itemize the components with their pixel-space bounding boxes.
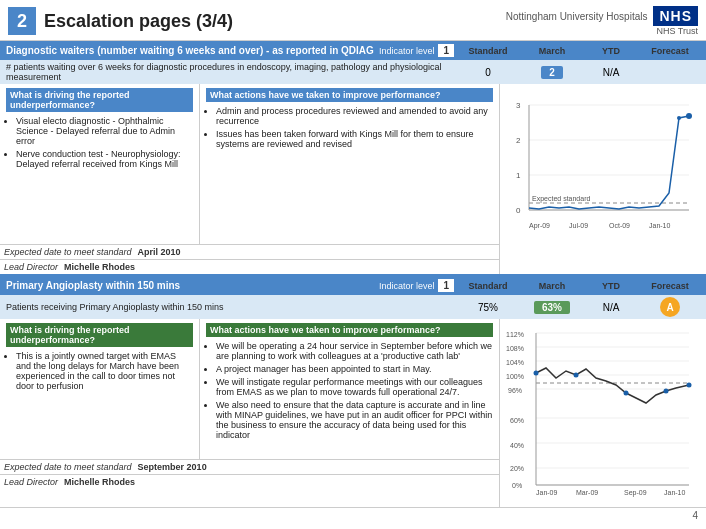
section1-data-label: # patients waiting over 6 weeks for diag… [6,62,454,82]
header: 2 Escalation pages (3/4) Nottingham Univ… [0,0,706,41]
list-item: This is a jointly owned target with EMAS… [16,351,193,391]
svg-text:20%: 20% [510,465,524,472]
svg-text:Jan-09: Jan-09 [536,489,558,496]
section2-ytd-val: N/A [586,302,636,313]
section2-main: What is driving the reported underperfor… [0,319,706,507]
svg-point-43 [534,371,539,376]
svg-point-47 [687,383,692,388]
svg-point-16 [677,116,681,120]
section2-content: What is driving the reported underperfor… [0,319,499,459]
section2-forecast-circle: A [660,297,680,317]
section1-col-march-hdr: March [522,45,582,57]
svg-text:Jan-10: Jan-10 [649,222,671,229]
section2-left-bullets: This is a jointly owned target with EMAS… [6,351,193,391]
list-item: Admin and process procedures reviewed an… [216,106,493,126]
section1-lead-val: Michelle Rhodes [64,262,135,272]
nhs-logo: Nottingham University Hospitals NHS NHS … [506,6,698,36]
section2-data-label: Patients receiving Primary Angioplasty w… [6,302,454,312]
section2-col-march-hdr: March [522,280,582,292]
svg-text:96%: 96% [508,387,522,394]
section2-col-forecast-hdr: Forecast [640,280,700,292]
section2-right-col: What actions have we taken to improve pe… [200,319,499,459]
section2-left-col: What is driving the reported underperfor… [0,319,200,459]
section1-ytd-val: N/A [586,67,636,78]
svg-text:Oct-09: Oct-09 [609,222,630,229]
svg-text:Mar-09: Mar-09 [576,489,598,496]
svg-point-15 [686,113,692,119]
section1-ind-level-label: Indicator level [379,46,435,56]
section1-col-forecast-hdr: Forecast [640,45,700,57]
section2-data-row: Patients receiving Primary Angioplasty w… [0,295,706,319]
page-title-box: 2 Escalation pages (3/4) [8,7,233,35]
org-name: Nottingham University Hospitals [506,11,648,22]
section2-lead-row: Lead Director Michelle Rhodes [0,474,499,489]
section1-left-col: What is driving the reported underperfor… [0,84,200,244]
section2-left-panel: What is driving the reported underperfor… [0,319,500,507]
svg-text:1: 1 [516,171,521,180]
section2-march-val: 63% [522,301,582,314]
section1-left-bullets: Visual electo diagnostic - Ophthalmic Sc… [6,116,193,169]
svg-text:112%: 112% [506,331,524,338]
svg-text:60%: 60% [510,417,524,424]
svg-text:104%: 104% [506,359,524,366]
list-item: We will be operating a 24 hour service i… [216,341,493,361]
nhs-badge: NHS [653,6,698,26]
section2-standard-val: 75% [458,302,518,313]
section2-expected-date-label: Expected date to meet standard [4,462,132,472]
section2-col-ytd-hdr: YTD [586,280,636,292]
svg-text:100%: 100% [506,373,524,380]
section2-right-heading: What actions have we taken to improve pe… [206,323,493,337]
section1-right-heading: What actions have we taken to improve pe… [206,88,493,102]
section1-march-highlight: 2 [541,66,563,79]
section2-col-standard-hdr: Standard [458,280,518,292]
section1-chart: 3 2 1 0 Apr-09 Jul-09 Oct-09 Jan-10 [504,88,694,248]
section2-forecast-val: A [640,297,700,317]
section1-expected-date-val: April 2010 [138,247,181,257]
section2: Primary Angioplasty within 150 mins Indi… [0,274,706,507]
section1-standard-val: 0 [458,67,518,78]
section2-lead-val: Michelle Rhodes [64,477,135,487]
svg-text:0%: 0% [512,482,522,489]
section1-lead-row: Lead Director Michelle Rhodes [0,259,499,274]
page-title: Escalation pages (3/4) [44,11,233,32]
section1-march-val: 2 [522,66,582,79]
svg-text:Jan-10: Jan-10 [664,489,686,496]
svg-text:Expected standard: Expected standard [532,195,590,203]
section1-main: What is driving the reported underperfor… [0,84,706,274]
section2-lead-label: Lead Director [4,477,58,487]
section1-expected-date-row: Expected date to meet standard April 201… [0,244,499,259]
section1-right-bullets: Admin and process procedures reviewed an… [206,106,493,149]
section1-col-standard-hdr: Standard [458,45,518,57]
section1-chart-panel: 3 2 1 0 Apr-09 Jul-09 Oct-09 Jan-10 [500,84,706,274]
section2-expected-date-val: September 2010 [138,462,207,472]
list-item: We also need to ensure that the data cap… [216,400,493,440]
section1-indicator-label: Diagnostic waiters (number waiting 6 wee… [6,45,375,56]
svg-point-45 [624,391,629,396]
section1-expected-date-label: Expected date to meet standard [4,247,132,257]
svg-text:2: 2 [516,136,521,145]
section1: Diagnostic waiters (number waiting 6 wee… [0,41,706,274]
list-item: We will instigate regular performance me… [216,377,493,397]
footer-page-num: 4 [692,510,698,521]
svg-text:Sep-09: Sep-09 [624,489,647,497]
section2-indicator-row: Primary Angioplasty within 150 mins Indi… [0,276,706,295]
section1-left-panel: What is driving the reported underperfor… [0,84,500,274]
footer: 4 [0,507,706,523]
section2-ind-level-val: 1 [438,279,454,292]
section2-chart-panel: 112% 108% 104% 100% 96% 60% 40% 20% 0% [500,319,706,507]
section2-ind-level-label: Indicator level [379,281,435,291]
section2-right-bullets: We will be operating a 24 hour service i… [206,341,493,440]
svg-text:40%: 40% [510,442,524,449]
svg-text:108%: 108% [506,345,524,352]
section1-left-heading: What is driving the reported underperfor… [6,88,193,112]
list-item: Issues has been taken forward with Kings… [216,129,493,149]
section1-right-col: What actions have we taken to improve pe… [200,84,499,244]
section2-expected-date-row: Expected date to meet standard September… [0,459,499,474]
svg-point-46 [664,389,669,394]
section2-indicator-label: Primary Angioplasty within 150 mins [6,280,375,291]
section1-content: What is driving the reported underperfor… [0,84,499,244]
svg-text:3: 3 [516,101,521,110]
section1-lead-label: Lead Director [4,262,58,272]
list-item: Visual electo diagnostic - Ophthalmic Sc… [16,116,193,146]
section1-col-ytd-hdr: YTD [586,45,636,57]
